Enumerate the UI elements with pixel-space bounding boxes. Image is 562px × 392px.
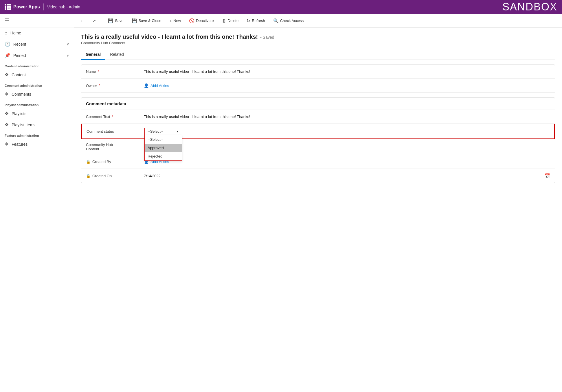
pin-icon: 📌 [5,53,10,58]
field-name-label: Name * [86,69,144,74]
content-area: ← ↗ 💾 Save 💾 Save & Close + New 🚫 Deacti… [74,14,562,392]
field-created-on-row: 🔒 Created On 7/14/2022 📅 [81,169,555,183]
refresh-label: Refresh [252,19,265,23]
home-icon: ⌂ [5,30,8,36]
required-indicator: * [112,115,113,119]
dropdown-list: --Select-- Approved Rejected [144,135,182,161]
delete-icon: 🗑 [222,18,226,23]
sidebar-item-label: Comments [12,92,31,97]
save-icon: 💾 [108,18,113,23]
record-title-text: This is a really useful video - I learnt… [81,34,258,40]
hub-name: Video hub - Admin [47,5,80,9]
select-current-value: --Select-- [148,129,163,134]
save-button[interactable]: 💾 Save [104,16,127,25]
external-link-icon: ↗ [92,18,96,23]
sidebar-item-recent[interactable]: 🕐 Recent ∨ [0,38,74,50]
refresh-icon: ↻ [247,18,250,23]
hamburger-menu[interactable]: ☰ [0,14,74,27]
save-close-button[interactable]: 💾 Save & Close [128,16,165,25]
field-name-row: Name * This is a really useful video - I… [81,65,555,79]
sidebar-item-label: Recent [13,42,26,47]
app-grid-icon[interactable] [5,4,11,10]
top-bar-divider [43,3,44,10]
app-name: Power Apps [13,4,40,10]
metadata-section-title: Comment metadata [81,98,555,110]
sidebar-item-label: Pinned [13,53,26,58]
field-comment-status-value: --Select-- ▼ --Select-- Approved Rejecte… [144,128,550,135]
back-button[interactable]: ← [76,16,88,25]
check-access-button[interactable]: 🔍 Check Access [270,16,307,25]
sidebar-item-home[interactable]: ⌂ Home [0,27,74,38]
sidebar-item-label: Features [12,142,27,147]
field-created-by-value[interactable]: 👤 Abbi Atkins [144,160,550,164]
field-name-value[interactable]: This is a really useful video - I learnt… [144,69,550,74]
new-label: New [173,19,181,23]
entity-type: Community Hub Comment [81,41,555,45]
field-comment-status-row: Comment status --Select-- ▼ --Select-- A… [81,124,555,139]
field-comment-status-label: Comment status [87,129,144,134]
sidebar-item-playlists[interactable]: ❖ Playlists [0,108,74,119]
field-created-on-label: 🔒 Created On [86,174,144,178]
chevron-down-icon: ▼ [176,130,179,133]
dropdown-option-select[interactable]: --Select-- [145,135,182,144]
sidebar-item-label: Content [12,73,26,77]
save-label: Save [115,19,124,23]
sandbox-label: SANDBOX [502,1,557,13]
field-created-on-value: 7/14/2022 [144,174,544,178]
lock-icon: 🔒 [86,160,91,164]
sidebar-item-label: Playlists [12,111,26,116]
sidebar-item-features[interactable]: ❖ Features [0,138,74,150]
field-owner-value[interactable]: 👤 Abbi Atkins [144,83,550,88]
tab-related[interactable]: Related [105,50,128,60]
recent-icon: 🕐 [5,41,10,47]
check-access-icon: 🔍 [273,18,279,23]
field-comment-text-label: Comment Text * [86,114,144,119]
metadata-section: Comment metadata Comment Text * This is … [81,97,555,183]
required-indicator: * [98,70,99,74]
delete-button[interactable]: 🗑 Delete [218,16,242,25]
new-icon: + [169,18,172,23]
comment-status-select[interactable]: --Select-- ▼ --Select-- Approved Rejecte… [144,128,182,135]
section-comment-admin: Comment administration [0,80,74,88]
calendar-icon[interactable]: 📅 [544,173,550,179]
lock-icon: 🔒 [86,174,91,178]
field-comment-text-row: Comment Text * This is a really useful v… [81,110,555,124]
deactivate-icon: 🚫 [189,18,194,23]
dropdown-option-rejected[interactable]: Rejected [145,152,182,160]
section-content-admin: Content administration [0,61,74,69]
deactivate-button[interactable]: 🚫 Deactivate [186,16,217,25]
features-icon: ❖ [5,141,9,147]
top-bar: Power Apps Video hub - Admin SANDBOX [0,0,562,14]
section-feature-admin: Feature administration [0,130,74,138]
save-close-label: Save & Close [139,19,161,23]
sidebar-item-content[interactable]: ❖ Content [0,69,74,80]
delete-label: Delete [228,19,239,23]
field-owner-label: Owner * [86,84,144,88]
section-playlist-admin: Playlist administration [0,100,74,108]
dropdown-option-approved[interactable]: Approved [145,144,182,152]
external-link-button[interactable]: ↗ [89,16,100,25]
user-icon: 👤 [144,83,149,88]
select-display[interactable]: --Select-- ▼ [144,128,182,135]
sidebar: ☰ ⌂ Home 🕐 Recent ∨ 📌 Pinned ∨ Content a… [0,14,74,392]
sidebar-item-pinned[interactable]: 📌 Pinned ∨ [0,50,74,61]
field-comment-text-value[interactable]: This is a really useful video - I learnt… [144,114,550,119]
sidebar-item-label: Home [10,31,21,35]
toolbar: ← ↗ 💾 Save 💾 Save & Close + New 🚫 Deacti… [74,14,562,28]
sidebar-item-comments[interactable]: ❖ Comments [0,88,74,100]
content-icon: ❖ [5,72,9,77]
check-access-label: Check Access [280,19,304,23]
required-indicator: * [99,84,100,88]
field-owner-row: Owner * 👤 Abbi Atkins [81,79,555,93]
sidebar-item-playlist-items[interactable]: ❖ Playlist Items [0,119,74,130]
tab-general[interactable]: General [81,50,105,60]
sidebar-item-label: Playlist Items [12,123,35,127]
record-content: This is a really useful video - I learnt… [74,28,562,392]
new-button[interactable]: + New [166,16,184,25]
field-created-by-label: 🔒 Created By [86,160,144,164]
save-close-icon: 💾 [132,18,137,23]
deactivate-label: Deactivate [196,19,214,23]
refresh-button[interactable]: ↻ Refresh [243,16,269,25]
record-tabs: General Related [81,50,555,60]
comments-icon: ❖ [5,91,9,97]
